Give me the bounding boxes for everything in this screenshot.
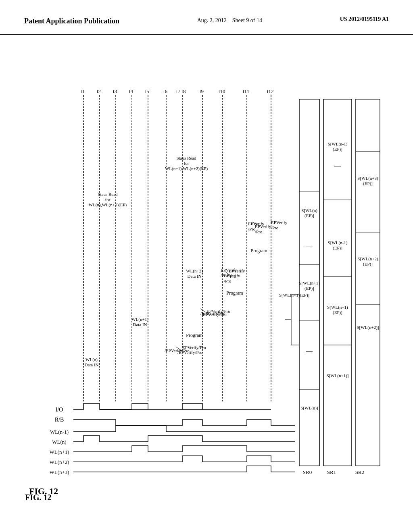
page-header: Patent Application Publication Aug. 2, 2… — [0, 0, 413, 35]
svg-text:Data IN: Data IN — [84, 362, 98, 367]
svg-text:t11: t11 — [243, 88, 249, 94]
svg-text:t12: t12 — [267, 88, 274, 94]
svg-text:WL(n-1): WL(n-1) — [50, 429, 69, 435]
svg-text:(EP)]: (EP)] — [333, 310, 342, 315]
svg-text:WL(n+2): WL(n+2) — [186, 268, 203, 274]
svg-text:for: for — [105, 197, 111, 202]
svg-text:WL(n+1): WL(n+1) — [131, 317, 148, 322]
svg-text:/Pro: /Pro — [248, 227, 256, 231]
svg-text:EPVerify: EPVerify — [221, 268, 237, 272]
pub-date: Aug. 2, 2012 — [197, 17, 227, 23]
svg-text:—: — — [334, 162, 341, 169]
svg-text:t9: t9 — [200, 88, 204, 94]
svg-text:S[WL(n)]: S[WL(n)] — [300, 405, 318, 411]
svg-text:(EP)]: (EP)] — [363, 181, 373, 186]
svg-text:S[WL(n+1): S[WL(n+1) — [299, 281, 320, 286]
svg-text:S[WL(n): S[WL(n) — [301, 208, 317, 213]
svg-text:t7 t8: t7 t8 — [176, 88, 186, 94]
svg-text:t10: t10 — [219, 88, 225, 94]
svg-text:S[WL(n+1): S[WL(n+1) — [327, 305, 348, 310]
svg-text:t4: t4 — [129, 88, 133, 94]
svg-text:S[WL(n-1): S[WL(n-1) — [328, 240, 348, 245]
svg-text:(EP)]: (EP)] — [363, 262, 373, 267]
svg-text:Staus Read: Staus Read — [176, 156, 196, 160]
svg-text:WL(n),WL(n+1)(EP): WL(n),WL(n+1)(EP) — [89, 202, 127, 208]
svg-text:Program: Program — [226, 290, 243, 296]
svg-text:S[WL(n-1): S[WL(n-1) — [328, 141, 348, 147]
svg-text:R/B: R/B — [55, 417, 64, 423]
svg-text:—: — — [306, 243, 313, 249]
svg-rect-0 — [21, 47, 392, 510]
svg-text:WL(n+3): WL(n+3) — [49, 469, 69, 475]
svg-text:(EP)]: (EP)] — [333, 245, 342, 251]
svg-text:WL(n+1): WL(n+1) — [49, 449, 69, 455]
svg-text:I/O: I/O — [56, 407, 63, 413]
svg-text:S[WL(n+1)(EP)]: S[WL(n+1)(EP)] — [279, 293, 309, 298]
svg-text:t1: t1 — [81, 88, 85, 94]
sheet-number: Sheet 9 of 14 — [232, 17, 262, 23]
svg-text:SR1: SR1 — [327, 469, 336, 475]
svg-text:t5: t5 — [145, 88, 149, 94]
svg-text:—: — — [306, 347, 313, 354]
svg-text:SR2: SR2 — [355, 469, 364, 475]
svg-text:S[WL(n+1)]: S[WL(n+1)] — [326, 373, 348, 378]
svg-text:WL(n): WL(n) — [52, 439, 66, 445]
svg-text:/Pro: /Pro — [271, 225, 279, 230]
svg-text:(EP)]: (EP)] — [333, 147, 342, 152]
svg-text:/EPVerify/Pro: /EPVerify/Pro — [200, 311, 225, 316]
svg-text:WL(n+2): WL(n+2) — [49, 459, 69, 465]
svg-text:S[WL(n+2)]: S[WL(n+2)] — [357, 325, 379, 330]
svg-text:/EPVerify/Pro: /EPVerify/Pro — [165, 348, 190, 353]
svg-text:S[WL(n+3): S[WL(n+3) — [357, 176, 378, 181]
publication-title: Patent Application Publication — [24, 16, 119, 26]
svg-text:WL(n+1),WL(n+2)(EP): WL(n+1),WL(n+2)(EP) — [165, 166, 208, 171]
svg-text:Program: Program — [186, 332, 203, 338]
svg-text:(EP)]: (EP)] — [305, 286, 314, 291]
svg-text:Staus Read: Staus Read — [98, 192, 118, 197]
figure-label: FIG. 12 — [25, 493, 52, 502]
svg-text:/Pro: /Pro — [224, 278, 232, 283]
patent-number: US 2012/0195119 A1 — [340, 16, 389, 23]
svg-text:/Pro: /Pro — [255, 229, 263, 234]
svg-text:t2: t2 — [97, 88, 101, 94]
svg-text:Program: Program — [250, 248, 267, 254]
figure-container: FIG. 12 t1 t2 t3 t4 t5 t6 t7 t8 t9 t10 t… — [21, 47, 392, 510]
svg-text:EPVerify: EPVerify — [248, 221, 265, 226]
svg-text:SR0: SR0 — [303, 469, 312, 475]
svg-text:S[WL(n+2): S[WL(n+2) — [357, 256, 378, 262]
svg-text:Data IN: Data IN — [187, 274, 201, 278]
svg-text:for: for — [184, 161, 189, 166]
svg-text:t3: t3 — [113, 88, 117, 94]
svg-text:EPVerify: EPVerify — [271, 220, 288, 225]
svg-text:t6: t6 — [163, 88, 168, 94]
sheet-info: Aug. 2, 2012 Sheet 9 of 14 — [197, 16, 262, 25]
svg-text:(EP)]: (EP)] — [305, 213, 314, 218]
svg-text:Data IN: Data IN — [133, 322, 147, 327]
svg-text:WL(n): WL(n) — [86, 357, 98, 362]
timing-diagram-svg: FIG. 12 t1 t2 t3 t4 t5 t6 t7 t8 t9 t10 t… — [21, 47, 392, 510]
svg-text:/Pro: /Pro — [221, 273, 228, 278]
